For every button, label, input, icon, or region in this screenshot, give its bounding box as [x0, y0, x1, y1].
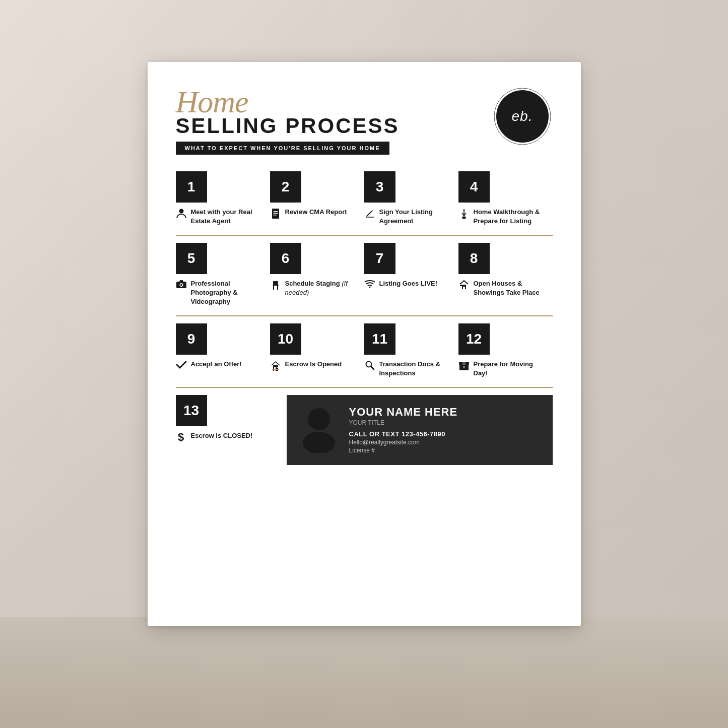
- divider-2: [176, 235, 553, 236]
- logo: EFFORTLESS BRANDS DESIGN STUDIO eb.: [492, 86, 553, 147]
- step-13-text: Escrow is CLOSED!: [191, 431, 253, 440]
- step-6-number: 6: [270, 243, 301, 274]
- open-house-icon: [458, 280, 470, 292]
- svg-rect-7: [273, 215, 276, 216]
- step-7: 7 Listing Goes LIVE!: [364, 243, 458, 307]
- wifi-icon: [364, 280, 375, 291]
- svg-point-3: [179, 209, 183, 214]
- step-12-number: 12: [458, 323, 490, 355]
- step-3-content: Sign Your Listing Agreement: [364, 208, 454, 226]
- desk-surface: [0, 617, 728, 728]
- steps-row-3: 9 Accept an Offer! 10: [176, 323, 553, 378]
- step-10: 10 Escrow Is Opened: [270, 323, 364, 378]
- step-5-content: Professional Photography & Videography: [176, 279, 266, 307]
- avatar: [299, 405, 339, 455]
- step-12-content: Prepare for Moving Day!: [458, 360, 549, 378]
- pen-icon: [364, 208, 375, 221]
- step-11-number: 11: [364, 323, 395, 355]
- step-13-number: 13: [176, 395, 207, 426]
- step-11: 11 Transaction Docs & Inspections: [364, 323, 458, 378]
- step-3-number: 3: [364, 171, 395, 203]
- bottom-row: 13 $ Escrow is CLOSED! YOUR: [176, 395, 553, 465]
- svg-rect-20: [463, 287, 465, 289]
- logo-inner: eb.: [496, 90, 549, 143]
- person-icon: [176, 208, 187, 222]
- step-13-col: 13 $ Escrow is CLOSED!: [176, 395, 277, 465]
- check-icon: [176, 360, 187, 372]
- step-2-content: Review CMA Report: [270, 208, 347, 222]
- doc-icon: [270, 208, 281, 222]
- divider-4: [176, 387, 553, 388]
- dollar-icon: $: [176, 432, 187, 445]
- step-4: 4 Home Walkthrough & Prepare for Listing: [458, 171, 553, 226]
- contact-email: Hello@reallygreatsite.com: [349, 439, 458, 446]
- step-5: 5 Professional Photography & Videography: [176, 243, 270, 307]
- steps-row-2: 5 Professional Photography & Videography…: [176, 243, 553, 307]
- logo-initials: eb.: [512, 108, 533, 124]
- step-3-text: Sign Your Listing Agreement: [379, 208, 454, 226]
- step-9-content: Accept an Offer!: [176, 360, 242, 372]
- chair-icon: [270, 280, 281, 293]
- step-3: 3 Sign Your Listing Agreement: [364, 171, 458, 226]
- home-script-title: Home: [176, 86, 400, 117]
- svg-rect-5: [273, 211, 278, 212]
- step-12-text: Prepare for Moving Day!: [474, 360, 549, 378]
- camera-icon: [176, 280, 187, 291]
- svg-line-27: [371, 366, 374, 369]
- step-8-number: 8: [458, 243, 490, 274]
- selling-process-title: SELLING PROCESS: [176, 115, 400, 137]
- step-10-content: Escrow Is Opened: [270, 360, 342, 374]
- svg-text:$: $: [178, 432, 184, 443]
- step-8-text: Open Houses & Showings Take Place: [474, 279, 549, 297]
- step-6-content: Schedule Staging (If needed): [270, 279, 360, 297]
- step-5-text: Professional Photography & Videography: [191, 279, 266, 307]
- step-1-text: Meet with your Real Estate Agent: [191, 208, 266, 226]
- svg-point-13: [180, 284, 182, 286]
- flyer-card: Home SELLING PROCESS WHAT TO EXPECT WHEN…: [148, 62, 581, 626]
- step-8-content: Open Houses & Showings Take Place: [458, 279, 549, 297]
- search-icon: [364, 360, 375, 373]
- step-7-number: 7: [364, 243, 395, 274]
- step-4-text: Home Walkthrough & Prepare for Listing: [474, 208, 549, 226]
- contact-info: YOUR NAME HERE YOUR TITLE CALL OR TEXT 1…: [349, 406, 458, 454]
- svg-rect-24: [277, 367, 278, 368]
- svg-point-10: [462, 217, 466, 219]
- subtitle-bar: WHAT TO EXPECT WHEN YOU'RE SELLING YOUR …: [176, 142, 389, 155]
- divider-1: [176, 164, 553, 165]
- box-icon: [458, 360, 470, 373]
- svg-rect-31: [463, 366, 465, 368]
- svg-rect-30: [462, 362, 466, 365]
- step-7-text: Listing Goes LIVE!: [379, 279, 438, 288]
- steps-row-1: 1 Meet with your Real Estate Agent 2: [176, 171, 553, 226]
- svg-rect-25: [272, 369, 279, 370]
- step-4-number: 4: [458, 171, 490, 203]
- step-10-text: Escrow Is Opened: [285, 360, 342, 369]
- contact-card: YOUR NAME HERE YOUR TITLE CALL OR TEXT 1…: [287, 395, 553, 465]
- step-2-text: Review CMA Report: [285, 208, 347, 217]
- avatar-svg: [299, 405, 339, 453]
- contact-license: License #: [349, 447, 458, 454]
- step-1-content: Meet with your Real Estate Agent: [176, 208, 266, 226]
- step-11-text: Transaction Docs & Inspections: [379, 360, 454, 378]
- step-6-text: Schedule Staging (If needed): [285, 279, 360, 297]
- step-2: 2 Review CMA Report: [270, 171, 364, 226]
- step-7-content: Listing Goes LIVE!: [364, 279, 438, 291]
- step-9: 9 Accept an Offer!: [176, 323, 270, 378]
- step-13-content: $ Escrow is CLOSED!: [176, 431, 277, 445]
- step-1: 1 Meet with your Real Estate Agent: [176, 171, 270, 226]
- step-9-number: 9: [176, 323, 207, 355]
- svg-point-34: [303, 432, 335, 453]
- svg-point-18: [369, 286, 370, 288]
- svg-rect-6: [273, 213, 278, 214]
- step-2-number: 2: [270, 171, 301, 203]
- svg-point-33: [308, 408, 330, 430]
- contact-phone: CALL OR TEXT 123-456-7890: [349, 430, 458, 438]
- step-5-number: 5: [176, 243, 207, 274]
- title-block: Home SELLING PROCESS WHAT TO EXPECT WHEN…: [176, 86, 400, 155]
- step-8: 8 Open Houses & Showings Take Place: [458, 243, 553, 307]
- escrow-house-icon: [270, 360, 281, 374]
- svg-rect-15: [273, 285, 279, 286]
- svg-rect-21: [460, 285, 462, 286]
- step-11-content: Transaction Docs & Inspections: [364, 360, 454, 378]
- contact-title: YOUR TITLE: [349, 419, 458, 426]
